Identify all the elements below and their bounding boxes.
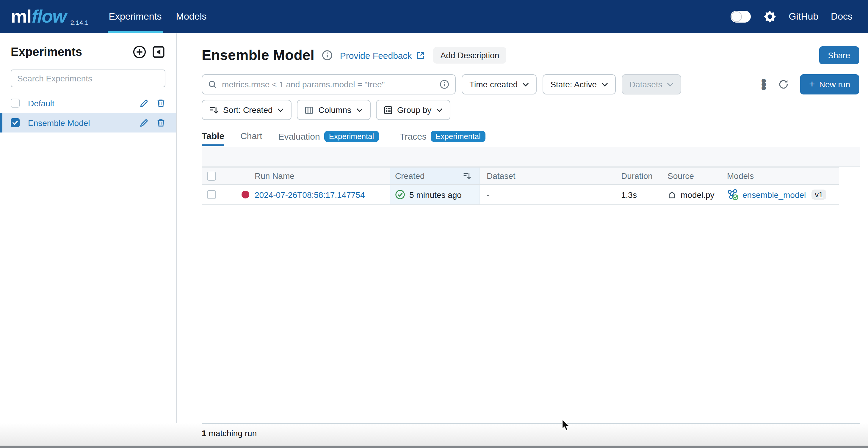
plus-icon: + bbox=[809, 78, 815, 90]
run-dataset-cell: - bbox=[479, 185, 615, 204]
search-icon bbox=[208, 80, 217, 89]
run-models-cell: ensemble_model v1 bbox=[720, 185, 839, 204]
run-name-link[interactable]: 2024-07-26T08:58:17.147754 bbox=[255, 190, 365, 199]
edit-pencil-icon[interactable] bbox=[139, 98, 149, 108]
tab-evaluation[interactable]: Evaluation Experimental bbox=[278, 131, 379, 147]
run-checkbox[interactable] bbox=[207, 190, 216, 199]
experiments-sidebar: Experiments bbox=[0, 33, 177, 423]
registered-model-icon bbox=[727, 188, 739, 201]
collapse-sidebar-icon[interactable] bbox=[152, 45, 165, 59]
group-by-list-icon bbox=[383, 105, 392, 114]
tab-chart[interactable]: Chart bbox=[240, 131, 262, 146]
mlflow-app: ml flow 2.14.1 Experiments Models bbox=[0, 0, 868, 448]
bottom-edge-bar bbox=[0, 446, 868, 448]
experiment-link[interactable]: Default bbox=[28, 98, 55, 108]
search-experiments-input[interactable] bbox=[11, 70, 165, 87]
tab-table[interactable]: Table bbox=[202, 131, 224, 146]
tab-chart-label: Chart bbox=[240, 131, 262, 141]
experiment-title-row: Ensemble Model Provide Feedback Add Desc… bbox=[202, 46, 859, 64]
header-dataset[interactable]: Dataset bbox=[479, 168, 615, 184]
matching-runs-count: 1 matching run bbox=[202, 428, 257, 438]
run-row[interactable]: 2024-07-26T08:58:17.147754 5 minutes ago… bbox=[202, 185, 839, 205]
github-link[interactable]: GitHub bbox=[789, 11, 818, 22]
header-source[interactable]: Source bbox=[659, 168, 720, 184]
provide-feedback-label: Provide Feedback bbox=[340, 50, 412, 60]
refresh-icon[interactable] bbox=[778, 79, 789, 90]
datasets-label: Datasets bbox=[629, 80, 662, 89]
run-source-cell: model.py bbox=[659, 185, 720, 204]
header-models[interactable]: Models bbox=[720, 168, 839, 184]
settings-gear-icon[interactable] bbox=[763, 10, 776, 23]
tab-traces[interactable]: Traces Experimental bbox=[400, 131, 485, 147]
delete-trash-icon[interactable] bbox=[156, 118, 165, 127]
sort-desc-icon bbox=[463, 172, 479, 180]
time-created-label: Time created bbox=[469, 80, 518, 89]
theme-toggle[interactable] bbox=[731, 11, 751, 23]
model-link[interactable]: ensemble_model bbox=[742, 190, 806, 199]
run-created-label: 5 minutes ago bbox=[409, 190, 462, 199]
mlflow-logo[interactable]: ml flow 2.14.1 bbox=[0, 0, 89, 33]
runs-search-box[interactable] bbox=[202, 74, 456, 95]
columns-dropdown[interactable]: Columns bbox=[297, 100, 371, 120]
chevron-down-icon bbox=[601, 82, 608, 87]
experiment-item-default[interactable]: Default bbox=[0, 93, 176, 113]
sort-dropdown[interactable]: Sort: Created bbox=[202, 100, 292, 120]
sidebar-header-icons bbox=[133, 45, 165, 59]
add-description-button[interactable]: Add Description bbox=[433, 47, 506, 64]
experiment-checkbox[interactable] bbox=[11, 99, 20, 108]
query-info-icon[interactable] bbox=[440, 80, 449, 89]
chevron-down-icon bbox=[278, 108, 284, 112]
navbar-right: GitHub Docs bbox=[731, 0, 868, 33]
datasets-dropdown: Datasets bbox=[622, 74, 681, 95]
chevron-down-icon bbox=[522, 82, 529, 87]
theme-toggle-knob bbox=[731, 11, 742, 22]
new-run-button[interactable]: +New run bbox=[800, 74, 859, 95]
run-name-cell: 2024-07-26T08:58:17.147754 bbox=[228, 185, 390, 204]
experiment-checkbox-checked[interactable] bbox=[11, 118, 20, 127]
experiment-actions bbox=[139, 118, 165, 128]
chevron-down-icon bbox=[667, 82, 674, 87]
nav-tab-models[interactable]: Models bbox=[169, 0, 214, 33]
time-created-dropdown[interactable]: Time created bbox=[462, 74, 537, 95]
share-button[interactable]: Share bbox=[819, 46, 859, 64]
header-created[interactable]: Created bbox=[390, 168, 479, 184]
docs-link[interactable]: Docs bbox=[831, 11, 852, 22]
info-icon[interactable] bbox=[322, 50, 333, 61]
table-toolbar-strip bbox=[202, 147, 860, 167]
group-by-label: Group by bbox=[397, 105, 431, 115]
run-source-label: model.py bbox=[681, 190, 714, 199]
active-tab-underline bbox=[202, 144, 224, 146]
header-duration[interactable]: Duration bbox=[615, 168, 659, 184]
header-run-name[interactable]: Run Name bbox=[228, 168, 390, 184]
provide-feedback-link[interactable]: Provide Feedback bbox=[340, 50, 425, 60]
experiment-item-ensemble-model[interactable]: Ensemble Model bbox=[0, 113, 176, 133]
group-by-dropdown[interactable]: Group by bbox=[376, 100, 451, 120]
view-tabs: Table Chart Evaluation Experimental Trac… bbox=[202, 131, 859, 147]
select-all-checkbox[interactable] bbox=[207, 171, 216, 180]
sort-label: Sort: Created bbox=[223, 105, 273, 115]
new-experiment-icon[interactable] bbox=[133, 45, 146, 59]
tab-evaluation-label: Evaluation bbox=[278, 131, 320, 141]
runs-search-input[interactable] bbox=[222, 80, 435, 89]
experiment-link[interactable]: Ensemble Model bbox=[28, 118, 90, 128]
model-version-badge[interactable]: v1 bbox=[811, 189, 826, 200]
run-color-dot bbox=[242, 191, 249, 199]
logo-ml-text: ml bbox=[11, 6, 31, 27]
experiment-actions bbox=[139, 98, 165, 108]
more-options-kebab-icon[interactable]: ●●● bbox=[761, 79, 767, 90]
select-all-checkbox-cell bbox=[202, 168, 228, 184]
experimental-badge: Experimental bbox=[324, 131, 379, 142]
edit-pencil-icon[interactable] bbox=[139, 118, 149, 128]
page-title: Ensemble Model bbox=[202, 47, 314, 64]
nav-tab-experiments[interactable]: Experiments bbox=[102, 0, 169, 33]
delete-trash-icon[interactable] bbox=[156, 99, 165, 108]
run-created-cell: 5 minutes ago bbox=[390, 185, 479, 204]
state-label: State: Active bbox=[550, 80, 597, 89]
state-dropdown[interactable]: State: Active bbox=[542, 74, 616, 95]
sidebar-title: Experiments bbox=[11, 45, 82, 59]
version-label: 2.14.1 bbox=[70, 19, 88, 26]
matching-runs-number: 1 bbox=[202, 428, 207, 438]
navbar-tabs: Experiments Models bbox=[102, 0, 214, 33]
run-duration-cell: 1.3s bbox=[615, 185, 659, 204]
runs-footer: 1 matching run bbox=[0, 423, 868, 446]
